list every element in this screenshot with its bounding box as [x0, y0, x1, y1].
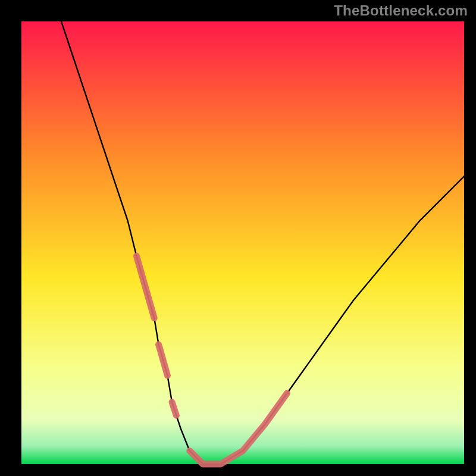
chart-frame: TheBottleneck.com: [0, 0, 476, 476]
bottleneck-chart: [0, 0, 476, 476]
gradient-background: [21, 21, 464, 464]
highlight-segment-2: [172, 402, 176, 415]
